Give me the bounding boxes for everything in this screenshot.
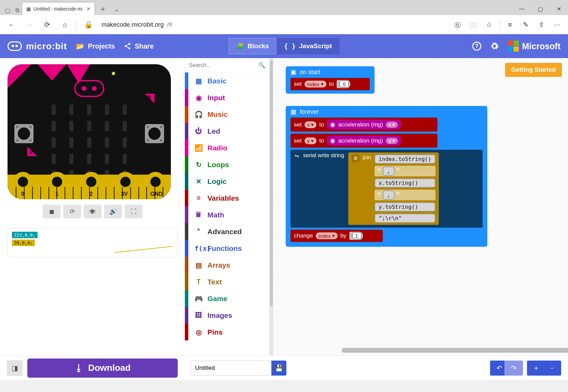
search-input[interactable]: [189, 62, 258, 68]
led-matrix[interactable]: [47, 103, 131, 182]
cat-text[interactable]: ＴText: [185, 273, 269, 290]
cat-advanced[interactable]: ˄Advanced: [185, 223, 269, 240]
projects-button[interactable]: 📂 Projects: [76, 42, 115, 50]
canvas-vscrollbar[interactable]: [269, 58, 273, 355]
more-menu-icon[interactable]: ⋯: [550, 17, 564, 32]
forward-button: →: [22, 17, 37, 32]
collapse-sim-button[interactable]: ◨: [7, 360, 23, 376]
cat-math[interactable]: 🖩Math: [185, 206, 269, 223]
block-forever[interactable]: ▦forever set x▾ to ◉acceleration (mg)x ▾…: [286, 106, 487, 247]
cat-music[interactable]: 🎧Music: [185, 106, 269, 123]
join-gear-icon[interactable]: ⚙: [352, 154, 359, 162]
cat-led[interactable]: ⏻Led: [185, 123, 269, 139]
sys-recent-icon[interactable]: ⧉: [12, 5, 22, 15]
var-dropdown-x[interactable]: x▾: [305, 121, 317, 128]
microbit-simulator[interactable]: A B 0 1 2 3V GND: [8, 64, 171, 199]
zoom-in-button[interactable]: ＋: [533, 363, 540, 373]
zoom-out-button[interactable]: －: [549, 363, 555, 373]
reading-list-icon[interactable]: ≡: [503, 17, 517, 32]
button-a[interactable]: [14, 124, 33, 143]
microbit-logo[interactable]: micro:bit: [8, 41, 67, 52]
block-on-start[interactable]: ▣on start set index▾ to 0: [286, 66, 375, 94]
share-button[interactable]: Share: [124, 42, 154, 50]
value-0[interactable]: 0: [339, 80, 349, 87]
cat-images[interactable]: 🖼Images: [185, 307, 269, 324]
mode-blocks-tab[interactable]: 🧩 Blocks: [229, 38, 276, 54]
help-button[interactable]: ?: [472, 42, 481, 51]
block-set-y[interactable]: set y▾ to ◉acceleration (mg)y ▾: [290, 134, 437, 148]
button-b[interactable]: [145, 124, 164, 143]
simulator-toolbar: ◼ ⟳ 🕷 🔊 ⛶: [8, 205, 178, 218]
cat-radio[interactable]: 📶Radio: [185, 139, 269, 156]
var-dropdown-index[interactable]: index▾: [305, 81, 326, 87]
cat-functions[interactable]: f(x)Functions: [185, 240, 269, 257]
cat-loops[interactable]: ↻Loops: [185, 156, 269, 173]
cat-basic[interactable]: ▦Basic: [185, 72, 269, 89]
arrays-icon: ▤: [194, 261, 203, 269]
save-project-button[interactable]: 💾: [271, 361, 286, 376]
redo-button[interactable]: ↷: [504, 361, 523, 376]
join-slot-5[interactable]: y.toString(): [375, 202, 435, 212]
browser-tab-active[interactable]: ▦ Untitled - makecode.mi ✕: [22, 2, 95, 15]
refresh-button[interactable]: ⟳: [40, 17, 55, 32]
sim-audio-button[interactable]: 🔊: [104, 205, 122, 218]
sim-restart-button[interactable]: ⟳: [63, 205, 81, 218]
value-1[interactable]: 1: [352, 232, 362, 239]
sim-fullscreen-button[interactable]: ⛶: [125, 205, 143, 218]
new-tab-button[interactable]: +: [97, 3, 109, 15]
search-icon[interactable]: 🔍: [258, 62, 265, 68]
block-set-x[interactable]: set x▾ to ◉acceleration (mg)x ▾: [290, 118, 437, 132]
var-dropdown-y[interactable]: y▾: [305, 137, 317, 144]
loop-icon: ↻: [194, 161, 203, 169]
favorite-star-icon[interactable]: ☆: [482, 17, 496, 32]
block-accel-x[interactable]: ◉acceleration (mg)x ▾: [327, 120, 401, 130]
window-close-button[interactable]: ✕: [550, 3, 568, 15]
cat-input[interactable]: ◉Input: [185, 89, 269, 106]
axis-dropdown-x[interactable]: x ▾: [386, 122, 398, 128]
block-serial-write[interactable]: ⇋ serial write string ⚙ join index.toStr…: [290, 150, 483, 228]
translate-icon[interactable]: ㊓: [451, 17, 464, 32]
cat-logic[interactable]: ✕Logic: [185, 173, 269, 190]
notes-icon[interactable]: ✎: [519, 17, 532, 32]
sys-tabs-icon[interactable]: ▢: [3, 5, 12, 15]
address-bar[interactable]: makecode.microbit.org/#: [99, 21, 448, 28]
join-slot-3[interactable]: x.toString(): [375, 178, 435, 188]
block-change-index[interactable]: change index▾ by 1: [290, 230, 383, 242]
close-tab-icon[interactable]: ✕: [86, 6, 91, 12]
window-minimize-button[interactable]: —: [513, 3, 531, 15]
mode-javascript-tab[interactable]: { } JavaScript: [276, 38, 339, 54]
tab-menu-icon[interactable]: ⌄: [111, 3, 122, 15]
microsoft-logo[interactable]: Microsoft: [508, 41, 561, 52]
sim-stop-button[interactable]: ◼: [43, 205, 60, 218]
download-button[interactable]: ⭳ Download: [27, 359, 178, 378]
getting-started-button[interactable]: Getting Started: [505, 63, 562, 77]
cat-arrays[interactable]: ▤Arrays: [185, 257, 269, 273]
axis-dropdown-y[interactable]: y ▾: [386, 138, 398, 144]
join-slot-6[interactable]: ";\r\n": [375, 214, 435, 223]
site-info-lock-icon[interactable]: 🔒: [81, 17, 96, 32]
toolbox-search[interactable]: 🔍: [185, 58, 269, 72]
blocks-canvas[interactable]: Getting Started ▣on start set index▾ to …: [273, 58, 568, 355]
fx-icon: f(x): [194, 244, 203, 253]
window-maximize-button[interactable]: ▢: [531, 3, 550, 15]
join-slot-4[interactable]: “,”: [375, 190, 435, 200]
set-label: set: [294, 81, 302, 87]
cat-variables[interactable]: ≡Variables: [185, 190, 269, 206]
settings-gear-icon[interactable]: [490, 42, 499, 51]
block-accel-y[interactable]: ◉acceleration (mg)y ▾: [327, 136, 401, 146]
join-slot-2[interactable]: “,”: [375, 166, 435, 176]
var-dropdown-index2[interactable]: index▾: [316, 232, 338, 239]
back-button[interactable]: ←: [4, 17, 19, 32]
home-button[interactable]: ⌂: [57, 17, 72, 32]
cat-pins[interactable]: ◎Pins: [185, 324, 269, 340]
share-page-icon[interactable]: ⇪: [535, 17, 548, 32]
serial-output[interactable]: 222,0,0; 39,0,0;: [8, 228, 178, 257]
project-name-input[interactable]: [191, 361, 271, 376]
cat-game[interactable]: 🎮Game: [185, 290, 269, 307]
block-join[interactable]: ⚙ join index.toString() “,” x.toString()…: [348, 152, 439, 225]
join-slot-1[interactable]: index.toString(): [375, 154, 435, 164]
reading-view-icon[interactable]: ▯▯: [466, 17, 480, 32]
canvas-hscrollbar[interactable]: [342, 348, 549, 353]
sim-snail-button[interactable]: 🕷: [84, 205, 102, 218]
block-set-index-0[interactable]: set index▾ to 0: [290, 78, 370, 90]
